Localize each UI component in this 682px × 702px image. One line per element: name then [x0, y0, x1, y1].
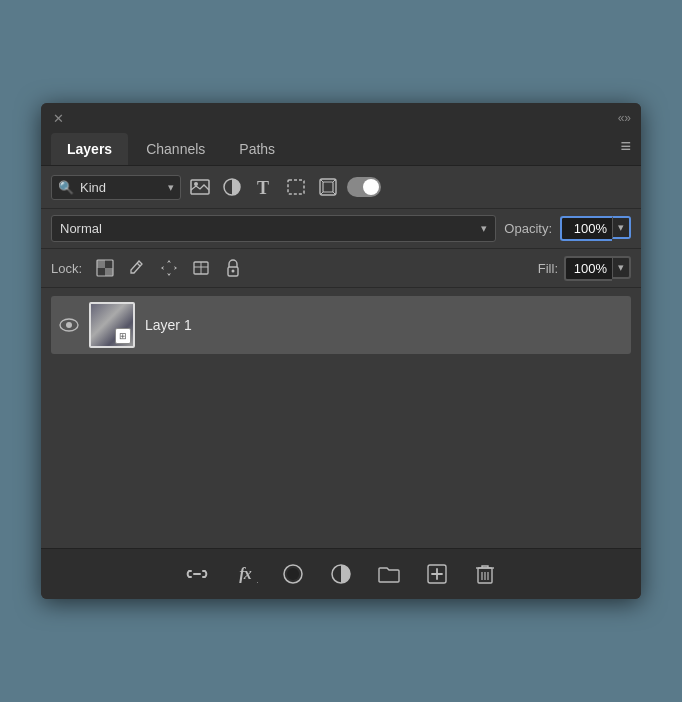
svg-text:T: T [257, 178, 269, 196]
panel-menu-button[interactable]: ≡ [620, 136, 631, 165]
add-group-button[interactable] [374, 559, 404, 589]
layer-thumbnail: ⊞ [89, 302, 135, 348]
layers-panel: ✕ «» Layers Channels Paths ≡ 🔍 Kind ▾ [41, 103, 641, 599]
add-adjustment-button[interactable] [326, 559, 356, 589]
close-button[interactable]: ✕ [51, 111, 65, 125]
create-layer-button[interactable] [422, 559, 452, 589]
smart-filter-icon[interactable] [315, 174, 341, 200]
table-row[interactable]: ⊞ Layer 1 [51, 296, 631, 354]
shape-filter-icon[interactable] [283, 174, 309, 200]
title-bar: ✕ «» [41, 103, 641, 133]
fx-subscript: . [257, 576, 258, 585]
svg-point-1 [194, 182, 198, 186]
lock-fill-toolbar: Lock: [41, 249, 641, 288]
lock-image-icon[interactable] [124, 255, 150, 281]
blend-mode-label: Normal [60, 221, 102, 236]
add-mask-button[interactable] [278, 559, 308, 589]
type-filter-icon[interactable]: T [251, 174, 277, 200]
kind-chevron: ▾ [168, 181, 174, 194]
delete-layer-button[interactable] [470, 559, 500, 589]
blend-opacity-toolbar: Normal ▾ Opacity: ▾ [41, 209, 641, 249]
layer-name: Layer 1 [145, 317, 192, 333]
tab-paths[interactable]: Paths [223, 133, 291, 165]
fill-input[interactable] [564, 256, 612, 281]
fx-label: fx [239, 565, 250, 583]
svg-point-19 [232, 270, 235, 273]
bottom-toolbar: fx . [41, 548, 641, 599]
tab-channels[interactable]: Channels [130, 133, 221, 165]
pixel-filter-icon[interactable] [187, 174, 213, 200]
search-icon: 🔍 [58, 180, 74, 195]
kind-dropdown[interactable]: 🔍 Kind ▾ [51, 175, 181, 200]
opacity-input[interactable] [560, 216, 612, 241]
opacity-label: Opacity: [504, 221, 552, 236]
tab-layers[interactable]: Layers [51, 133, 128, 165]
tabs-bar: Layers Channels Paths ≡ [41, 133, 641, 166]
blend-mode-dropdown[interactable]: Normal ▾ [51, 215, 496, 242]
svg-rect-4 [288, 180, 304, 194]
lock-transparent-icon[interactable] [92, 255, 118, 281]
svg-point-21 [66, 322, 72, 328]
adjustment-filter-icon[interactable] [219, 174, 245, 200]
layer-list: ⊞ Layer 1 [41, 288, 641, 548]
fill-section: Fill: ▾ [538, 256, 631, 281]
layer-visibility-icon[interactable] [59, 318, 79, 332]
lock-icons [92, 255, 246, 281]
svg-rect-12 [97, 260, 105, 268]
lock-position-icon[interactable] [156, 255, 182, 281]
kind-label: Kind [80, 180, 106, 195]
fill-group: ▾ [564, 256, 631, 281]
lock-all-icon[interactable] [220, 255, 246, 281]
opacity-chevron[interactable]: ▾ [612, 216, 631, 239]
svg-rect-13 [105, 268, 113, 276]
filter-toolbar: 🔍 Kind ▾ T [41, 166, 641, 209]
filter-toggle[interactable] [347, 177, 381, 197]
fill-label: Fill: [538, 261, 558, 276]
opacity-group: ▾ [560, 216, 631, 241]
svg-point-23 [287, 568, 299, 580]
link-layers-button[interactable] [182, 559, 212, 589]
svg-rect-6 [323, 182, 333, 192]
lock-artboard-icon[interactable] [188, 255, 214, 281]
add-layer-style-button[interactable]: fx . [230, 559, 260, 589]
svg-line-14 [137, 263, 140, 266]
collapse-button[interactable]: «» [618, 111, 631, 125]
lock-label: Lock: [51, 261, 82, 276]
smart-object-badge: ⊞ [115, 328, 131, 344]
fill-chevron[interactable]: ▾ [612, 256, 631, 279]
blend-chevron: ▾ [481, 222, 487, 235]
